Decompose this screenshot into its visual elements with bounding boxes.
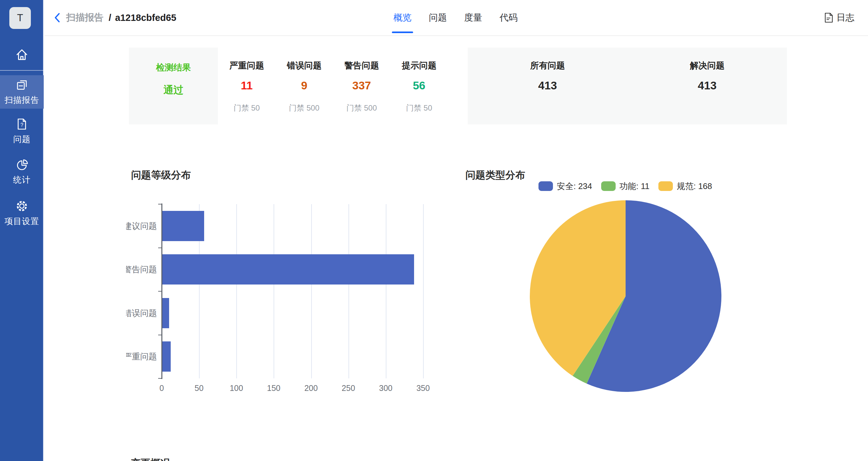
avatar[interactable]: T xyxy=(9,7,31,29)
total-value: 413 xyxy=(468,79,627,92)
total-value: 413 xyxy=(627,79,787,92)
breadcrumb-section[interactable]: 扫描报告 xyxy=(66,11,103,24)
breadcrumb-separator: / xyxy=(108,12,111,23)
metric-value: 9 xyxy=(276,79,333,92)
x-tick-label: 0 xyxy=(149,383,175,393)
gridline xyxy=(423,204,424,378)
svg-text:?: ? xyxy=(21,122,24,128)
legend-swatch xyxy=(658,181,673,191)
gear-icon xyxy=(15,199,29,213)
sidebar-item-scan-report[interactable]: 扫描报告 xyxy=(0,75,44,109)
metric-label: 错误问题 xyxy=(276,60,333,71)
metric-gate: 门禁 500 xyxy=(333,103,391,113)
sidebar-item-project-settings[interactable]: 项目设置 xyxy=(0,195,44,231)
log-file-icon xyxy=(824,12,833,23)
issue-severity-bar-chart: 050100150200250300350建议问题警告问题错误问题严重问题 xyxy=(126,193,451,411)
total-resolved-issues: 解决问题 413 xyxy=(627,48,787,124)
scan-report-page: T 扫描报告 xyxy=(0,0,868,461)
breadcrumb-report-id: a1218cbfed65 xyxy=(115,12,176,23)
x-tick-label: 50 xyxy=(186,383,212,393)
sidebar-item-label: 扫描报告 xyxy=(4,94,39,106)
sidebar-item-issues[interactable]: ? 问题 xyxy=(0,115,44,148)
y-axis-tick xyxy=(158,335,161,335)
log-label: 日志 xyxy=(837,11,855,24)
x-tick-label: 350 xyxy=(410,383,436,393)
sidebar-item-label: 项目设置 xyxy=(4,216,39,227)
detection-result-card: 检测结果 通过 xyxy=(129,48,218,124)
next-section-heading-clipped: 变更概况 xyxy=(130,457,259,461)
total-label: 所有问题 xyxy=(468,60,627,71)
x-tick-label: 200 xyxy=(298,383,324,393)
legend-label: 规范: 168 xyxy=(677,181,712,192)
breadcrumb-current: / a1218cbfed65 xyxy=(108,12,176,23)
total-all-issues: 所有问题 413 xyxy=(468,48,627,124)
totals-card: 所有问题 413 解决问题 413 xyxy=(468,48,787,124)
sidebar: T 扫描报告 xyxy=(0,0,44,461)
pie-chart-legend: 安全: 234功能: 11规范: 168 xyxy=(460,179,791,193)
tab-code[interactable]: 代码 xyxy=(499,0,518,35)
y-axis-tick xyxy=(158,204,161,205)
metric-label: 提示问题 xyxy=(390,60,448,71)
metric-label: 严重问题 xyxy=(218,60,276,71)
legend-swatch xyxy=(538,181,553,191)
gridline xyxy=(348,204,349,378)
sidebar-divider xyxy=(0,70,44,71)
metric-gate: 门禁 50 xyxy=(390,103,448,113)
legend-swatch xyxy=(601,181,616,191)
log-button[interactable]: 日志 xyxy=(824,0,855,35)
metric-label: 警告问题 xyxy=(333,60,391,71)
gridline xyxy=(236,204,237,378)
bar-chart-title: 问题等级分布 xyxy=(131,168,191,182)
gridline xyxy=(386,204,386,378)
x-tick-label: 300 xyxy=(373,383,399,393)
pie-stats-icon xyxy=(15,158,29,171)
tab-bar: 概览 问题 度量 代码 xyxy=(393,0,518,35)
category-label: 严重问题 xyxy=(126,351,157,362)
home-icon xyxy=(14,47,29,62)
category-label: 错误问题 xyxy=(126,308,157,319)
metric-hint: 提示问题 56 门禁 50 xyxy=(390,48,448,124)
y-axis-tick xyxy=(158,378,161,379)
back-button[interactable] xyxy=(53,12,61,23)
metric-error: 错误问题 9 门禁 500 xyxy=(276,48,333,124)
sidebar-item-stats[interactable]: 统计 xyxy=(0,155,44,188)
y-axis-tick xyxy=(158,291,161,291)
legend-label: 安全: 234 xyxy=(557,181,592,192)
scan-report-icon xyxy=(15,78,29,92)
bar xyxy=(162,254,414,284)
metric-critical: 严重问题 11 门禁 50 xyxy=(218,48,276,124)
legend-label: 功能: 11 xyxy=(620,181,649,192)
header: 扫描报告 / a1218cbfed65 概览 问题 度量 代码 日志 xyxy=(44,0,868,36)
sidebar-item-label: 统计 xyxy=(13,174,31,185)
metric-value: 56 xyxy=(390,79,448,92)
detection-result-value: 通过 xyxy=(129,83,218,97)
bar xyxy=(162,298,169,328)
tab-overview[interactable]: 概览 xyxy=(393,0,412,35)
x-tick-label: 100 xyxy=(223,383,249,393)
tab-metrics[interactable]: 度量 xyxy=(464,0,483,35)
legend-item-功能[interactable]: 功能: 11 xyxy=(601,181,649,192)
breadcrumb: 扫描报告 / a1218cbfed65 xyxy=(53,0,176,35)
issue-doc-icon: ? xyxy=(15,117,29,131)
category-label: 建议问题 xyxy=(126,220,157,232)
metric-value: 11 xyxy=(218,79,276,92)
metric-gate: 门禁 50 xyxy=(218,103,276,113)
legend-item-安全[interactable]: 安全: 234 xyxy=(538,181,592,192)
issue-type-pie-chart xyxy=(523,193,728,399)
issue-metrics: 严重问题 11 门禁 50 错误问题 9 门禁 500 警告问题 337 门禁 … xyxy=(218,48,448,124)
metric-value: 337 xyxy=(333,79,391,92)
total-label: 解决问题 xyxy=(627,60,787,71)
tab-issues[interactable]: 问题 xyxy=(428,0,447,35)
sidebar-item-label: 问题 xyxy=(13,134,31,145)
y-axis-tick xyxy=(158,248,161,248)
sidebar-item-home[interactable] xyxy=(0,42,44,67)
category-label: 警告问题 xyxy=(126,264,157,275)
x-tick-label: 250 xyxy=(336,383,361,393)
gridline xyxy=(274,204,274,378)
metric-gate: 门禁 500 xyxy=(276,103,333,113)
gridline xyxy=(311,204,312,378)
bar xyxy=(162,341,171,372)
metric-warning: 警告问题 337 门禁 500 xyxy=(333,48,391,124)
legend-item-规范[interactable]: 规范: 168 xyxy=(658,181,712,192)
detection-result-label: 检测结果 xyxy=(129,62,218,73)
